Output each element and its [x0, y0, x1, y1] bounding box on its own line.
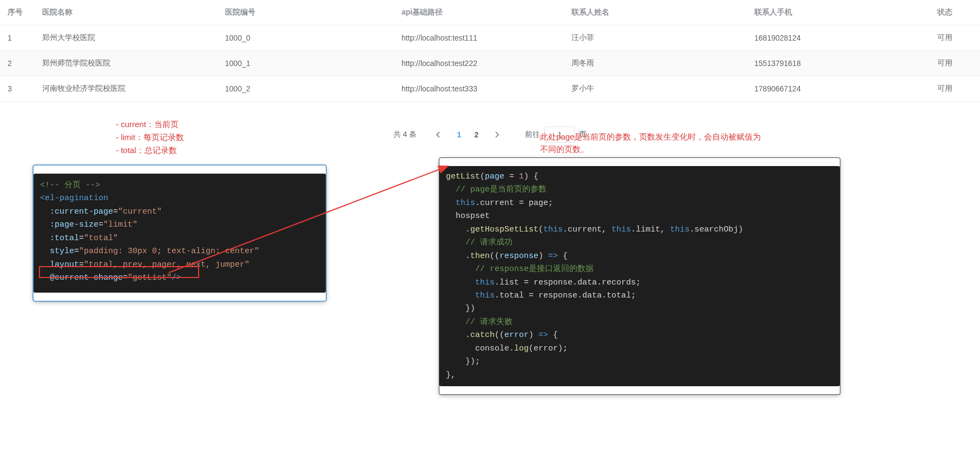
right-code-block: getList(page = 1) { // page是当前页的参数 this.… [439, 158, 840, 394]
cell-status: 可用 [930, 25, 980, 51]
col-api: api基础路径 [394, 0, 564, 25]
cell-cname: 汪小菲 [564, 25, 747, 51]
cell-phone: 17890667124 [747, 76, 930, 102]
cell-phone: 16819028124 [747, 25, 930, 51]
table-row[interactable]: 2郑州师范学院校医院1000_1http://localhost:test222… [0, 51, 980, 76]
cell-idx: 2 [0, 51, 35, 76]
cell-cname: 周冬雨 [564, 51, 747, 76]
page-number[interactable]: 2 [468, 126, 485, 143]
cell-name: 郑州大学校医院 [35, 25, 218, 51]
cell-api: http://localhost:test222 [394, 51, 564, 76]
right-code-pre: getList(page = 1) { // page是当前页的参数 this.… [439, 166, 840, 386]
pagination-total: 共 4 条 [393, 130, 417, 140]
left-code-pre: <!-- 分页 --> <el-pagination :current-page… [34, 174, 326, 293]
table-row[interactable]: 1郑州大学校医院1000_0http://localhost:test111汪小… [0, 25, 980, 51]
cell-code: 1000_2 [218, 76, 394, 102]
cell-code: 1000_0 [218, 25, 394, 51]
col-code: 医院编号 [218, 0, 394, 25]
pagination-next[interactable] [488, 126, 505, 143]
col-idx: 序号 [0, 0, 35, 25]
pagination-prev[interactable] [430, 126, 447, 143]
cell-status: 可用 [930, 76, 980, 102]
right-annotation-line1: 此处page是当前页的参数，页数发生变化时，会自动被赋值为 [540, 130, 843, 143]
cell-status: 可用 [930, 51, 980, 76]
page-number[interactable]: 1 [450, 126, 468, 143]
col-status: 状态 [930, 0, 980, 25]
cell-api: http://localhost:test333 [394, 76, 564, 102]
cell-name: 郑州师范学院校医院 [35, 51, 218, 76]
col-name: 医院名称 [35, 0, 218, 25]
cell-phone: 15513791618 [747, 51, 930, 76]
table-header-row: 序号 医院名称 医院编号 api基础路径 联系人姓名 联系人手机 状态 [0, 0, 980, 25]
chevron-left-icon [435, 131, 442, 138]
cell-code: 1000_1 [218, 51, 394, 76]
jump-prefix: 前往 [525, 130, 540, 140]
left-code-block: <!-- 分页 --> <el-pagination :current-page… [34, 166, 326, 301]
col-cname: 联系人姓名 [564, 0, 747, 25]
right-annotation: 此处page是当前页的参数，页数发生变化时，会自动被赋值为 不同的页数。 [540, 130, 843, 156]
cell-idx: 3 [0, 76, 35, 102]
cell-idx: 1 [0, 25, 35, 51]
hospital-table: 序号 医院名称 医院编号 api基础路径 联系人姓名 联系人手机 状态 1郑州大… [0, 0, 980, 102]
right-annotation-line2: 不同的页数。 [540, 143, 843, 155]
table-row[interactable]: 3河南牧业经济学院校医院1000_2http://localhost:test3… [0, 76, 980, 102]
cell-api: http://localhost:test111 [394, 25, 564, 51]
note-total: - total：总记录数 [116, 144, 184, 157]
col-phone: 联系人手机 [747, 0, 930, 25]
cell-name: 河南牧业经济学院校医院 [35, 76, 218, 102]
chevron-right-icon [494, 131, 500, 138]
cell-cname: 罗小牛 [564, 76, 747, 102]
